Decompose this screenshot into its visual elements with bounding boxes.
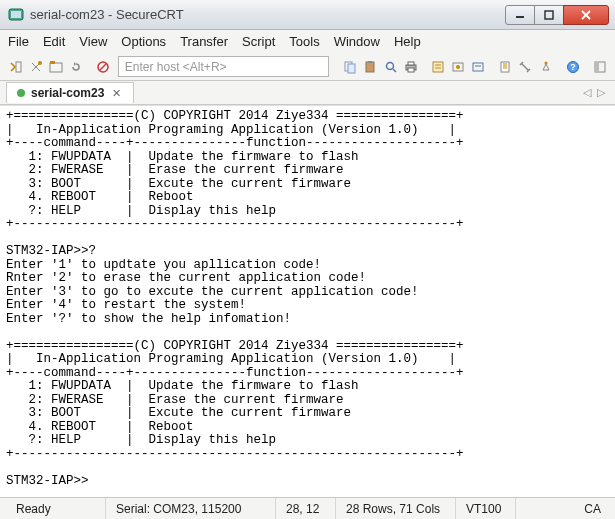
svg-rect-19 xyxy=(408,62,414,65)
menu-edit[interactable]: Edit xyxy=(43,34,65,49)
svg-rect-15 xyxy=(368,61,372,63)
toggle-icon[interactable] xyxy=(590,57,609,77)
status-emu: VT100 xyxy=(456,498,516,519)
svg-rect-14 xyxy=(366,62,374,72)
global-options-icon[interactable] xyxy=(469,57,488,77)
session-tab[interactable]: serial-com23 ✕ xyxy=(6,82,134,103)
menu-script[interactable]: Script xyxy=(242,34,275,49)
status-serial: Serial: COM23, 115200 xyxy=(106,498,276,519)
terminal-output: +================(C) COPYRIGHT 2014 Ziye… xyxy=(0,106,615,492)
status-size: 28 Rows, 71 Cols xyxy=(336,498,456,519)
svg-rect-33 xyxy=(595,62,599,72)
find-icon[interactable] xyxy=(381,57,400,77)
notes-icon[interactable] xyxy=(496,57,515,77)
menu-transfer[interactable]: Transfer xyxy=(180,34,228,49)
svg-point-29 xyxy=(544,61,547,64)
svg-rect-3 xyxy=(545,11,553,19)
session-options-icon[interactable] xyxy=(448,57,467,77)
svg-rect-9 xyxy=(50,61,55,64)
help-icon[interactable]: ? xyxy=(563,57,582,77)
connect-tab-icon[interactable] xyxy=(46,57,65,77)
menu-view[interactable]: View xyxy=(79,34,107,49)
title-bar: serial-com23 - SecureCRT xyxy=(0,0,615,30)
status-dot-icon xyxy=(17,89,25,97)
print-icon[interactable] xyxy=(401,57,420,77)
tab-next-icon[interactable]: ▷ xyxy=(597,86,605,99)
svg-point-16 xyxy=(386,62,393,69)
svg-rect-21 xyxy=(433,62,443,72)
svg-point-25 xyxy=(456,65,460,69)
disconnect-icon[interactable] xyxy=(94,57,113,77)
copy-icon[interactable] xyxy=(341,57,360,77)
menu-bar: File Edit View Options Transfer Script T… xyxy=(0,30,615,53)
tools-icon[interactable] xyxy=(516,57,535,77)
status-cursor: 28, 12 xyxy=(276,498,336,519)
keymap-icon[interactable] xyxy=(536,57,555,77)
window-title: serial-com23 - SecureCRT xyxy=(30,7,506,22)
svg-rect-13 xyxy=(348,64,355,73)
status-ready: Ready xyxy=(6,498,106,519)
menu-window[interactable]: Window xyxy=(334,34,380,49)
svg-rect-1 xyxy=(11,11,21,18)
host-placeholder: Enter host <Alt+R> xyxy=(125,60,227,74)
menu-help[interactable]: Help xyxy=(394,34,421,49)
svg-rect-26 xyxy=(473,63,483,71)
svg-line-11 xyxy=(100,64,106,70)
svg-rect-8 xyxy=(50,63,62,72)
menu-file[interactable]: File xyxy=(8,34,29,49)
svg-text:?: ? xyxy=(570,62,576,72)
host-input[interactable]: Enter host <Alt+R> xyxy=(118,56,329,77)
close-button[interactable] xyxy=(563,5,609,25)
tab-close-icon[interactable]: ✕ xyxy=(110,87,123,100)
svg-rect-6 xyxy=(16,62,21,72)
status-bar: Ready Serial: COM23, 115200 28, 12 28 Ro… xyxy=(0,497,615,519)
toolbar: Enter host <Alt+R> ? xyxy=(0,53,615,81)
tab-bar: serial-com23 ✕ ◁ ▷ xyxy=(0,81,615,105)
properties-icon[interactable] xyxy=(428,57,447,77)
reconnect-icon[interactable] xyxy=(67,57,86,77)
svg-rect-20 xyxy=(408,68,414,72)
tab-prev-icon[interactable]: ◁ xyxy=(583,86,591,99)
svg-point-7 xyxy=(38,61,42,65)
maximize-button[interactable] xyxy=(534,5,564,25)
menu-tools[interactable]: Tools xyxy=(289,34,319,49)
menu-options[interactable]: Options xyxy=(121,34,166,49)
tab-label: serial-com23 xyxy=(31,86,104,100)
connect-icon[interactable] xyxy=(6,57,25,77)
svg-line-17 xyxy=(393,69,396,72)
app-icon xyxy=(8,7,24,23)
status-caps: CA xyxy=(576,502,609,516)
terminal-area[interactable]: +================(C) COPYRIGHT 2014 Ziye… xyxy=(0,105,615,497)
window-controls xyxy=(506,5,609,25)
paste-icon[interactable] xyxy=(361,57,380,77)
quick-connect-icon[interactable] xyxy=(26,57,45,77)
minimize-button[interactable] xyxy=(505,5,535,25)
